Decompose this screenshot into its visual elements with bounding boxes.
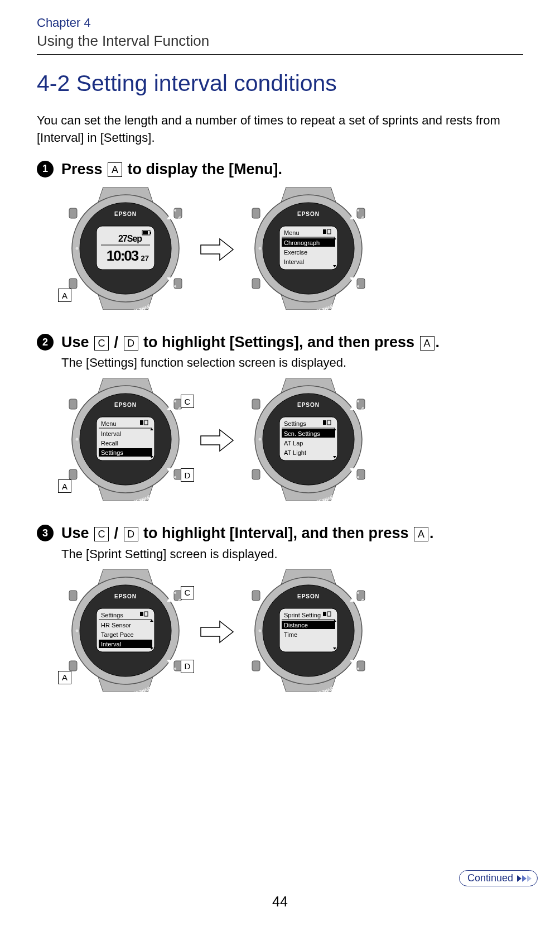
svg-text:Interval: Interval <box>101 641 121 647</box>
svg-rect-51 <box>69 469 77 479</box>
keycap-a: A <box>420 336 435 351</box>
svg-rect-78 <box>252 469 260 479</box>
svg-text:EPSON: EPSON <box>114 402 137 408</box>
svg-text:AT Lap: AT Lap <box>284 440 303 447</box>
page-number: 44 <box>0 894 560 910</box>
svg-point-10 <box>174 209 176 212</box>
svg-text:Scn. Settings: Scn. Settings <box>284 430 320 437</box>
svg-point-88 <box>357 476 359 478</box>
keycap-c: C <box>94 336 109 351</box>
step-bullet-3: 3 <box>37 525 54 541</box>
svg-text:Recall: Recall <box>101 440 118 447</box>
svg-point-9 <box>76 247 79 250</box>
svg-text:Sprint Setting: Sprint Setting <box>284 612 321 618</box>
svg-rect-145 <box>323 612 326 616</box>
step-3-desc: The [Sprint Setting] screen is displayed… <box>61 547 523 562</box>
svg-text:Exercise: Exercise <box>284 249 307 256</box>
step-2-text: Use C / D to highlight [Settings], and t… <box>61 332 440 352</box>
svg-rect-104 <box>69 661 77 671</box>
button-label-D: D <box>181 468 194 482</box>
svg-point-113 <box>174 592 176 594</box>
button-label-D: D <box>181 660 194 673</box>
keycap-d: D <box>124 527 138 541</box>
svg-rect-39 <box>323 229 326 234</box>
keycap-a: A <box>414 527 428 541</box>
svg-rect-16 <box>143 231 148 234</box>
svg-text:Interval: Interval <box>284 258 304 265</box>
button-label-A: A <box>58 289 71 302</box>
svg-text:Menu: Menu <box>284 229 300 236</box>
svg-text:10:03: 10:03 <box>107 247 139 264</box>
svg-text:Menu: Menu <box>101 420 117 427</box>
svg-rect-77 <box>252 399 260 409</box>
svg-text:Chronograph: Chronograph <box>284 239 320 246</box>
step-3-text: Use C / D to highlight [Interval], and t… <box>61 523 434 543</box>
button-label-A: A <box>58 479 71 493</box>
svg-rect-50 <box>69 399 77 409</box>
svg-point-112 <box>76 629 79 632</box>
continued-chevron-icon <box>516 875 532 882</box>
step-2-desc: The [Settings] function selection screen… <box>61 356 523 370</box>
svg-marker-76 <box>201 430 233 451</box>
svg-rect-25 <box>252 279 260 289</box>
svg-rect-15 <box>150 232 151 234</box>
svg-text:EPSON: EPSON <box>114 211 137 217</box>
continued-text: Continued <box>467 872 513 884</box>
svg-text:EPSON: EPSON <box>297 593 320 599</box>
svg-rect-131 <box>252 661 260 671</box>
svg-text:27Sep: 27Sep <box>118 234 142 243</box>
svg-rect-24 <box>252 208 260 218</box>
svg-rect-65 <box>140 420 143 425</box>
svg-text:EPSON: EPSON <box>297 402 320 408</box>
svg-text:Settings: Settings <box>284 420 306 427</box>
svg-text:27: 27 <box>141 254 149 262</box>
svg-point-86 <box>259 438 262 441</box>
svg-text:Target Pace: Target Pace <box>101 631 134 638</box>
svg-point-60 <box>174 400 176 402</box>
svg-point-35 <box>357 285 359 287</box>
svg-text:Interval: Interval <box>101 430 121 437</box>
button-label-C: C <box>181 395 194 408</box>
svg-rect-1 <box>69 279 77 289</box>
svg-text:AT Light: AT Light <box>284 449 306 456</box>
svg-text:EPSON: EPSON <box>114 593 137 599</box>
chapter-title: Using the Interval Function <box>37 32 523 50</box>
svg-point-34 <box>357 209 359 212</box>
svg-point-140 <box>357 592 359 594</box>
svg-point-114 <box>174 668 176 670</box>
continued-badge: Continued <box>459 870 538 886</box>
step-2-figure: START/STOPLAP/RESETDISP CHGEPSONMenuInte… <box>61 378 523 503</box>
svg-text:Settings: Settings <box>101 449 123 456</box>
svg-text:HR Sensor: HR Sensor <box>101 622 131 628</box>
svg-point-141 <box>357 668 359 670</box>
step-3-figure: START/STOPLAP/RESETDISP CHGEPSONSettings… <box>61 569 523 694</box>
button-label-A: A <box>58 671 71 684</box>
svg-text:EPSON: EPSON <box>297 211 320 217</box>
svg-point-59 <box>76 438 79 441</box>
svg-point-139 <box>259 629 262 632</box>
step-bullet-2: 2 <box>37 334 54 351</box>
svg-text:Distance: Distance <box>284 622 308 628</box>
svg-text:Settings: Settings <box>101 612 123 618</box>
svg-marker-129 <box>201 621 233 642</box>
svg-point-11 <box>174 285 176 287</box>
arrow-icon <box>197 237 236 262</box>
svg-rect-118 <box>140 612 143 616</box>
svg-point-33 <box>259 247 262 250</box>
svg-rect-92 <box>323 420 326 425</box>
step-1-text: Press A to display the [Menu]. <box>61 159 282 179</box>
chapter-number: Chapter 4 <box>37 16 523 30</box>
arrow-icon <box>197 619 236 645</box>
svg-text:Time: Time <box>284 631 297 638</box>
svg-rect-130 <box>252 591 260 601</box>
keycap-c: C <box>94 527 109 541</box>
keycap-a: A <box>108 162 122 177</box>
svg-point-87 <box>357 400 359 402</box>
intro-text: You can set the length and a number of t… <box>37 112 523 147</box>
step-1-figure: START/STOPLAP/RESETDISP CHGEPSON27Sep10:… <box>61 187 523 312</box>
svg-rect-103 <box>69 591 77 601</box>
keycap-d: D <box>124 336 138 351</box>
divider <box>37 54 523 55</box>
section-title: 4-2 Setting interval conditions <box>37 70 523 97</box>
button-label-C: C <box>181 586 194 599</box>
